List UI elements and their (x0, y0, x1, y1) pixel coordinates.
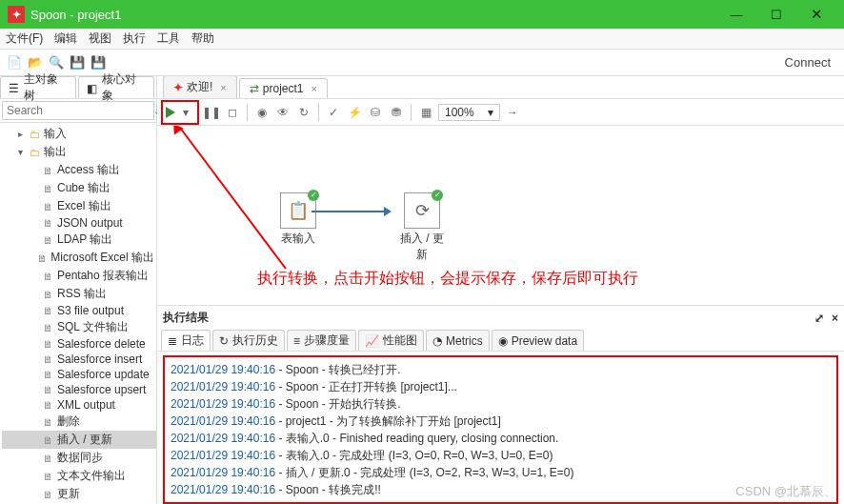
tree-item[interactable]: ▸🗀输入 (2, 125, 156, 143)
tab-welcome[interactable]: ✦欢迎!× (163, 76, 237, 98)
tab-core-objects[interactable]: ◧核心对象 (78, 76, 154, 98)
replay-icon[interactable]: ↻ (295, 104, 312, 121)
menu-file[interactable]: 文件(F) (6, 30, 43, 47)
tree-item[interactable]: 🗎Microsoft Excel 输出 (2, 249, 156, 267)
log-line: 2021/01/29 19:40:16 - Spoon - 转换完成!! (171, 481, 831, 498)
welcome-icon: ✦ (173, 81, 183, 94)
menu-view[interactable]: 视图 (89, 30, 111, 47)
file-icon: 🗎 (41, 399, 54, 411)
tree-item[interactable]: 🗎Excel 输出 (2, 197, 156, 215)
tree-item[interactable]: 🗎Access 输出 (2, 161, 156, 179)
tree-item-label: S3 file output (57, 304, 124, 317)
step-insert-update[interactable]: ⟳✓ 插入 / 更新 (395, 192, 449, 263)
hop-line[interactable] (311, 211, 386, 212)
menu-run[interactable]: 执行 (123, 30, 146, 47)
close-button[interactable]: ✕ (796, 0, 836, 29)
minimize-button[interactable]: ― (716, 0, 756, 29)
pause-icon[interactable]: ❚❚ (203, 104, 220, 121)
tree-item[interactable]: 🗎插入 / 更新 (2, 431, 156, 449)
tree-item[interactable]: 🗎LDAP 输出 (2, 231, 156, 249)
maximize-button[interactable]: ☐ (756, 0, 796, 29)
tree-item[interactable]: 🗎数据同步 (2, 449, 156, 467)
file-icon: 🗎 (41, 369, 54, 380)
tree-item[interactable]: 🗎Cube 输出 (2, 179, 156, 197)
preview-icon[interactable]: ◉ (253, 104, 271, 121)
verify-icon[interactable]: ✓ (325, 104, 342, 121)
tree-item-label: RSS 输出 (57, 286, 107, 302)
tree-item-label: Excel 输出 (57, 198, 111, 214)
tree-item[interactable]: 🗎S3 file output (2, 303, 156, 318)
tree-item[interactable]: 🗎文本文件输出 (2, 467, 156, 485)
run-button[interactable] (166, 107, 175, 118)
insert-update-icon: ⟳✓ (404, 192, 440, 229)
tree-item[interactable]: 🗎更新 (2, 485, 156, 503)
canvas-area[interactable]: 📋✓ 表输入 ⟳✓ 插入 / 更新 执行转换，点击开始按钮，会提示保存，保存后即… (157, 126, 844, 305)
tree-item[interactable]: 🗎Salesforce delete (2, 336, 156, 352)
tab-step-metrics[interactable]: ≡步骤度量 (287, 330, 356, 351)
log-line: 2021/01/29 19:40:16 - Spoon - 开始执行转换. (171, 395, 831, 413)
close-icon[interactable]: × (220, 82, 226, 93)
canvas-toolbar: ▾ ❚❚ ◻ ◉ 👁 ↻ ✓ ⚡ ⛁ ⛃ ▦ 100%▾ → (157, 99, 844, 126)
connect-link[interactable]: Connect (785, 55, 831, 70)
maximize-panel-icon[interactable]: ⤢ (814, 312, 824, 325)
tree-item-label: Salesforce update (57, 368, 150, 381)
menu-help[interactable]: 帮助 (191, 30, 214, 47)
tree-item[interactable]: 🗎SQL 文件输出 (2, 318, 156, 336)
saveas-icon[interactable]: 💾 (90, 54, 107, 71)
chevron-down-icon: ▾ (488, 106, 493, 119)
file-icon: 🗎 (41, 416, 54, 428)
tab-history[interactable]: ↻执行历史 (212, 330, 285, 351)
zoom-select[interactable]: 100%▾ (438, 104, 500, 121)
log-line: 2021/01/29 19:40:16 - Spoon - 转换已经打开. (171, 361, 831, 378)
file-icon: 🗎 (41, 353, 54, 365)
sidebar: ☰主对象树 ◧核心对象 ⇵ ⌂ ▸🗀输入▾🗀输出🗎Access 输出🗎Cube … (0, 76, 157, 504)
tab-metrics[interactable]: ◔Metrics (426, 330, 490, 351)
close-panel-icon[interactable]: × (832, 312, 838, 325)
log-icon: ≣ (168, 334, 177, 348)
tab-project[interactable]: ⇄project1× (239, 78, 328, 98)
tree-item[interactable]: 🗎RSS 输出 (2, 285, 156, 303)
chevron-down-icon[interactable]: ▾ (177, 104, 194, 121)
close-icon[interactable]: × (311, 83, 316, 94)
tree-item[interactable]: 🗎JSON output (2, 215, 156, 231)
new-icon[interactable]: 📄 (6, 54, 23, 71)
menu-tools[interactable]: 工具 (157, 30, 180, 47)
file-icon: 🗎 (41, 305, 54, 316)
tab-preview[interactable]: ◉Preview data (492, 330, 584, 351)
explore-icon[interactable]: 🔍 (48, 54, 65, 71)
tree-item[interactable]: 🗎Salesforce insert (2, 352, 156, 367)
tree-item[interactable]: 🗎Pentaho 报表输出 (2, 267, 156, 285)
tree-item[interactable]: 🗎XML output (2, 397, 156, 413)
titlebar: ✦ Spoon - project1 ― ☐ ✕ (0, 0, 844, 29)
tree-item-label: LDAP 输出 (57, 232, 112, 248)
tree-item[interactable]: 🗎Salesforce upsert (2, 382, 156, 397)
file-icon: 🗎 (41, 434, 54, 446)
log-line: 2021/01/29 19:40:16 - 插入 / 更新.0 - 完成处理 (… (171, 464, 831, 481)
file-icon: 🗎 (41, 489, 54, 500)
search-input[interactable] (2, 101, 154, 120)
debug-icon[interactable]: 👁 (274, 104, 291, 121)
chart-icon: 📈 (365, 334, 379, 348)
file-icon: 🗎 (37, 252, 48, 264)
arrow-right-icon[interactable]: → (504, 104, 521, 121)
step-table-input[interactable]: 📋✓ 表输入 (271, 192, 325, 247)
save-icon[interactable]: 💾 (69, 54, 86, 71)
sql-icon[interactable]: ⛁ (367, 104, 384, 121)
open-icon[interactable]: 📂 (27, 54, 44, 71)
tree-item[interactable]: 🗎Salesforce update (2, 367, 156, 382)
impact-icon[interactable]: ⚡ (346, 104, 363, 121)
tree-item-label: Cube 输出 (57, 180, 111, 196)
menu-edit[interactable]: 编辑 (54, 30, 77, 47)
show-results-icon[interactable]: ▦ (417, 104, 434, 121)
stop-icon[interactable]: ◻ (224, 104, 241, 121)
tree-item[interactable]: ▾🗀输出 (2, 143, 156, 161)
tree-item[interactable]: 🗎删除 (2, 413, 156, 431)
tab-perf[interactable]: 📈性能图 (358, 330, 424, 351)
watermark: CSDN @北慕辰、 (735, 483, 836, 500)
explore-db-icon[interactable]: ⛃ (388, 104, 405, 121)
log-line: 2021/01/29 19:40:16 - 表输入.0 - Finished r… (171, 430, 831, 447)
tab-main-tree[interactable]: ☰主对象树 (0, 76, 76, 98)
file-icon: 🗎 (41, 322, 54, 333)
tab-log[interactable]: ≣日志 (161, 330, 211, 351)
success-badge-icon: ✓ (432, 190, 443, 201)
